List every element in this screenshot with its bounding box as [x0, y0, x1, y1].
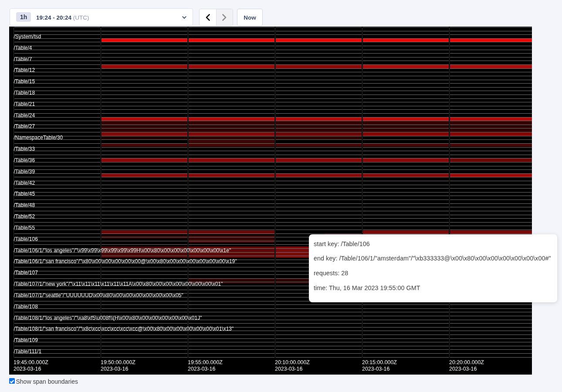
svg-text:20:15:00.000Z: 20:15:00.000Z [362, 359, 397, 365]
svg-text:19:45:00.000Z: 19:45:00.000Z [14, 359, 48, 365]
svg-text:/Table/18: /Table/18 [14, 90, 35, 96]
svg-text:19:55:00.000Z: 19:55:00.000Z [188, 359, 223, 365]
svg-text:/Table/45: /Table/45 [14, 191, 35, 197]
svg-text:19:50:00.000Z: 19:50:00.000Z [101, 359, 135, 365]
svg-text:/Table/108/1/"san francisco"/": /Table/108/1/"san francisco"/"\x8c\xcc\x… [14, 326, 234, 332]
svg-text:/Table/36: /Table/36 [14, 157, 35, 163]
svg-text:/Table/12: /Table/12 [14, 67, 35, 73]
svg-text:/Table/55: /Table/55 [14, 225, 35, 231]
svg-text:/Table/106/1/"los angeles"/"\x: /Table/106/1/"los angeles"/"\x99\x99\x99… [14, 247, 231, 253]
svg-text:/Table/24: /Table/24 [14, 112, 35, 118]
svg-text:/Table/108: /Table/108 [14, 304, 38, 310]
svg-text:20:20:00.000Z: 20:20:00.000Z [449, 359, 484, 365]
svg-text:/Table/21: /Table/21 [14, 101, 35, 107]
svg-text:/Table/109: /Table/109 [14, 337, 38, 343]
svg-text:/Table/111/1: /Table/111/1 [14, 348, 42, 355]
svg-text:/Table/107/1/"seattle"/"UUUUUU: /Table/107/1/"seattle"/"UUUUUUD\x00\x80\… [14, 292, 183, 298]
svg-text:20:10:00.000Z: 20:10:00.000Z [275, 359, 310, 365]
svg-text:2023-03-16: 2023-03-16 [188, 366, 215, 372]
svg-text:/Table/4: /Table/4 [14, 45, 32, 51]
svg-text:/Table/48: /Table/48 [14, 202, 35, 208]
svg-text:/Table/33: /Table/33 [14, 146, 35, 152]
svg-text:2023-03-16: 2023-03-16 [101, 366, 128, 372]
svg-text:/System/tsd: /System/tsd [14, 34, 41, 40]
svg-text:/Table/42: /Table/42 [14, 180, 35, 186]
svg-text:2023-03-16: 2023-03-16 [362, 366, 389, 372]
svg-text:/Table/7: /Table/7 [14, 56, 32, 62]
svg-text:/Table/106: /Table/106 [14, 236, 38, 242]
svg-text:/Table/108/1/"los angeles"/"\x: /Table/108/1/"los angeles"/"\xa8\xf5\u00… [14, 315, 202, 321]
svg-text:/Table/107: /Table/107 [14, 270, 38, 276]
svg-text:/Table/39: /Table/39 [14, 169, 35, 175]
svg-text:/Table/107/1/"new york"/"\x11\: /Table/107/1/"new york"/"\x11\x11\x11\x1… [14, 281, 223, 287]
svg-text:/Table/15: /Table/15 [14, 78, 35, 84]
svg-text:/Table/52: /Table/52 [14, 213, 35, 220]
svg-text:2023-03-16: 2023-03-16 [275, 366, 302, 372]
svg-text:/Table/27: /Table/27 [14, 123, 35, 129]
svg-text:2023-03-16: 2023-03-16 [14, 366, 41, 372]
svg-text:2023-03-16: 2023-03-16 [449, 366, 477, 372]
svg-text:/Table/106/1/"san francisco"/": /Table/106/1/"san francisco"/"\x80\x00\x… [14, 258, 237, 264]
svg-text:/NamespaceTable/30: /NamespaceTable/30 [14, 135, 63, 141]
